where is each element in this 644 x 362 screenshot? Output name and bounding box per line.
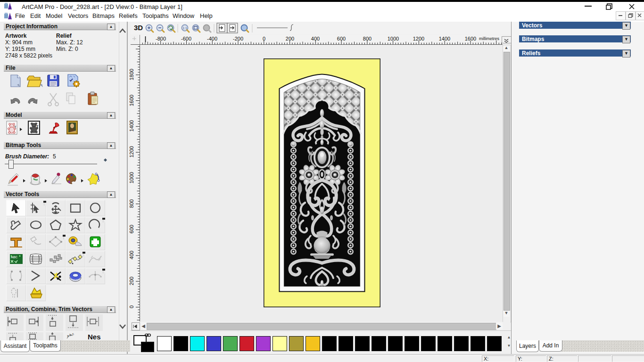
svg-text:a b c: a b c — [66, 332, 74, 337]
svg-text:Nes: Nes — [88, 333, 101, 340]
svg-text:1:1: 1:1 — [182, 26, 187, 30]
svg-text:T: T — [14, 125, 17, 129]
svg-text:T: T — [36, 125, 39, 128]
